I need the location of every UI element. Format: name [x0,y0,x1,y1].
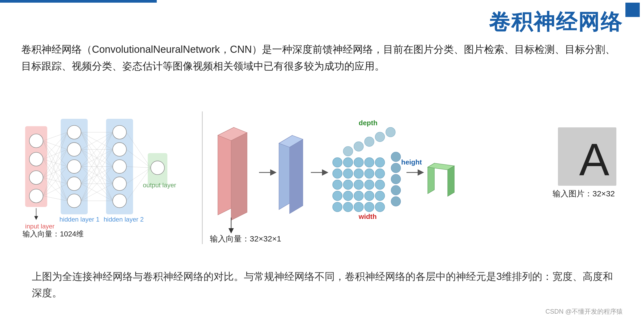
svg-point-110 [391,174,401,184]
bottom-text-content: 上图为全连接神经网络与卷积神经网络的对比。与常规神经网络不同，卷积神经网络的各层… [21,268,623,301]
svg-text:input layer: input layer [25,223,55,230]
svg-point-6 [29,171,43,184]
svg-point-101 [365,169,374,178]
svg-point-108 [391,152,401,162]
svg-point-9 [67,142,81,156]
svg-point-8 [67,126,81,139]
svg-text:输入向量：32×32×1: 输入向量：32×32×1 [210,234,281,243]
svg-point-105 [354,158,363,167]
svg-point-104 [343,158,353,167]
svg-point-15 [113,160,126,174]
svg-text:hidden layer 2: hidden layer 2 [104,216,144,223]
svg-point-117 [386,127,395,137]
svg-point-5 [29,152,43,166]
svg-point-7 [29,189,43,203]
nn-diagram: input layer hidden layer 1 hidden layer … [16,111,191,239]
svg-point-99 [343,169,353,178]
svg-text:width: width [358,213,377,220]
svg-point-90 [354,191,363,201]
svg-point-93 [333,180,342,189]
svg-point-115 [365,137,374,146]
svg-marker-77 [231,133,247,220]
svg-point-106 [365,158,374,167]
divider [202,111,203,244]
diagram-area: input layer hidden layer 1 hidden layer … [16,111,628,260]
svg-text:depth: depth [359,119,378,127]
svg-point-100 [354,169,363,178]
svg-point-112 [391,197,401,206]
svg-text:输入向量：1024维: 输入向量：1024维 [23,230,84,238]
svg-point-11 [67,177,81,191]
svg-point-95 [354,180,363,189]
svg-text:height: height [401,158,422,166]
svg-point-91 [365,191,374,201]
svg-text:A: A [579,134,609,185]
svg-point-18 [151,161,164,175]
svg-point-116 [375,132,385,142]
svg-point-92 [375,191,385,201]
svg-text:hidden layer 1: hidden layer 1 [60,216,100,223]
svg-point-83 [333,202,342,212]
svg-text:output layer: output layer [143,181,176,189]
svg-point-96 [365,180,374,189]
svg-point-17 [113,194,126,208]
svg-point-113 [343,146,353,156]
svg-point-97 [375,180,385,189]
svg-point-12 [67,194,81,208]
top-progress-bar [0,0,157,3]
cnn-diagram: depth height width [210,111,630,244]
svg-text:输入图片：32×32: 输入图片：32×32 [553,189,615,198]
bottom-text: 上图为全连接神经网络与卷积神经网络的对比。与常规神经网络不同，卷积神经网络的各层… [21,268,623,301]
svg-point-85 [354,202,363,212]
svg-point-16 [113,177,126,191]
svg-point-13 [113,126,126,139]
svg-point-88 [333,191,342,201]
svg-point-84 [343,202,353,212]
svg-point-89 [343,191,353,201]
svg-point-87 [375,202,385,212]
svg-marker-124 [448,166,454,196]
svg-point-102 [375,169,385,178]
svg-point-14 [113,142,126,156]
svg-point-103 [333,158,342,167]
svg-point-10 [67,160,81,174]
description-text: 卷积神经网络（ConvolutionalNeuralNetwork，CNN）是一… [21,41,623,74]
svg-point-111 [391,185,401,195]
svg-point-94 [343,180,353,189]
svg-point-86 [365,202,374,212]
page-title: 卷积神经网络 [489,8,623,37]
svg-point-109 [391,163,401,173]
cnn-svg: depth height width [210,111,630,249]
svg-marker-81 [290,139,303,214]
nn-svg: input layer hidden layer 1 hidden layer … [16,111,191,239]
svg-point-114 [354,142,363,151]
top-right-decoration [625,3,640,17]
svg-point-107 [375,158,385,167]
svg-point-4 [29,134,43,148]
svg-point-98 [333,169,342,178]
footer-text: CSDN @不懂开发的程序猿 [545,307,623,316]
